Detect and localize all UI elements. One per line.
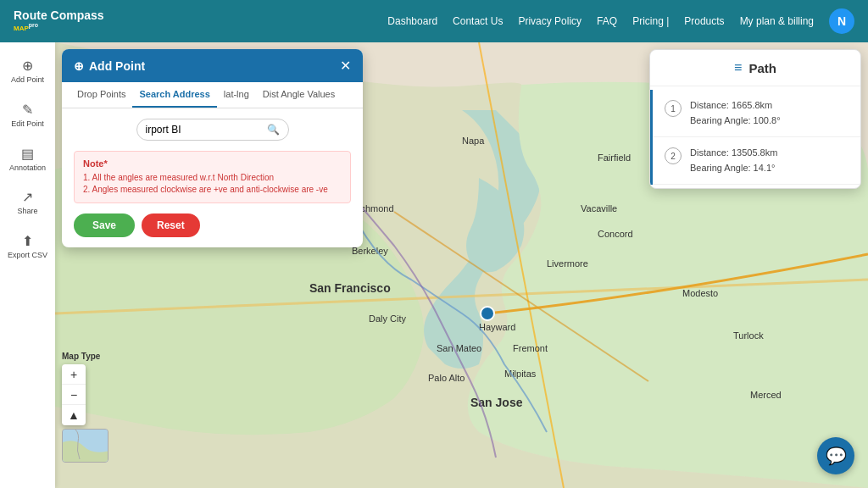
path-details-2: Distance: 13505.8km Bearing Angle: 14.1° [690, 146, 777, 175]
zoom-controls: + − ▲ [62, 364, 86, 425]
reset-button[interactable]: Reset [142, 214, 200, 237]
tab-drop-points[interactable]: Drop Points [70, 82, 132, 108]
map-area[interactable]: Petaluma Napa Fairfield Vacaville Richmo… [55, 42, 868, 488]
nav-links: Dashboard Contact Us Privacy Policy FAQ … [387, 8, 854, 34]
map-type-label: Map Type [62, 352, 108, 361]
map-controls: Map Type + − ▲ [62, 352, 108, 463]
search-address-input[interactable] [146, 124, 267, 136]
svg-text:Fremont: Fremont [513, 343, 548, 353]
nav-billing[interactable]: My plan & billing [740, 15, 814, 27]
add-point-circle-icon: ⊕ [74, 59, 84, 73]
search-container: 🔍 [136, 119, 289, 141]
note-line-1: 1. All the angles are measured w.r.t Nor… [83, 172, 342, 184]
sidebar-item-share[interactable]: ↗ Share [0, 184, 55, 221]
topbar: Route Compass MAPpro Dashboard Contact U… [0, 0, 868, 42]
nav-products[interactable]: Products [684, 15, 724, 27]
svg-text:Napa: Napa [462, 136, 485, 146]
sidebar-label-edit-point: Edit Point [11, 119, 44, 129]
path-num-2: 2 [665, 147, 682, 164]
save-button[interactable]: Save [74, 214, 135, 237]
add-point-modal: ⊕ Add Point ✕ Drop Points Search Address… [62, 49, 363, 247]
nav-contact[interactable]: Contact Us [453, 15, 503, 27]
modal-title: ⊕ Add Point [74, 59, 145, 73]
path-panel-scroll[interactable]: 1 Distance: 1665.8km Bearing Angle: 100.… [650, 90, 860, 185]
svg-text:Hayward: Hayward [479, 322, 515, 332]
map-thumbnail[interactable] [62, 429, 108, 463]
path-distance-2: Distance: 13505.8km [690, 146, 777, 161]
zoom-in-button[interactable]: + [62, 364, 86, 385]
nav-privacy[interactable]: Privacy Policy [518, 15, 581, 27]
note-box: Note* 1. All the angles are measured w.r… [74, 151, 351, 203]
export-icon: ⬆ [22, 233, 33, 249]
modal-body: 🔍 Note* 1. All the angles are measured w… [62, 108, 363, 247]
svg-text:San Francisco: San Francisco [309, 281, 391, 295]
path-header: ≡ Path [650, 50, 860, 86]
svg-text:Vacaville: Vacaville [581, 203, 617, 214]
modal-actions: Save Reset [74, 214, 351, 237]
path-panel: ≡ Path 1 Distance: 1665.8km Bearing Angl… [649, 49, 861, 189]
path-title: Path [748, 61, 776, 75]
main-content: ⊕ Add Point ✎ Edit Point ▤ Annotation ↗ … [0, 42, 868, 488]
sidebar-label-share: Share [17, 207, 37, 216]
svg-text:Concord: Concord [598, 229, 633, 239]
path-icon: ≡ [734, 60, 742, 75]
path-distance-1: Distance: 1665.8km [690, 98, 781, 114]
note-line-2: 2. Angles measured clockwise are +ve and… [83, 184, 342, 196]
logo: Route Compass MAPpro [14, 9, 104, 33]
sidebar-item-annotation[interactable]: ▤ Annotation [0, 141, 55, 178]
user-avatar[interactable]: N [829, 8, 854, 34]
logo-subtitle: MAPpro [14, 22, 104, 32]
sidebar-label-add-point: Add Point [11, 75, 44, 85]
path-bearing-1: Bearing Angle: 100.8° [690, 114, 781, 129]
svg-point-23 [481, 307, 494, 320]
sidebar: ⊕ Add Point ✎ Edit Point ▤ Annotation ↗ … [0, 42, 55, 488]
svg-text:Turlock: Turlock [733, 330, 764, 341]
sidebar-item-add-point[interactable]: ⊕ Add Point [0, 53, 55, 90]
svg-text:Daly City: Daly City [369, 313, 407, 324]
add-point-icon: ⊕ [22, 58, 33, 74]
svg-text:Palo Alto: Palo Alto [428, 373, 465, 383]
annotation-icon: ▤ [21, 146, 34, 162]
reset-bearing-button[interactable]: ▲ [62, 405, 86, 425]
note-title: Note* [83, 158, 342, 169]
svg-text:San Mateo: San Mateo [437, 343, 481, 353]
modal-header: ⊕ Add Point ✕ [62, 49, 363, 82]
svg-text:Modesto: Modesto [682, 288, 718, 298]
nav-faq[interactable]: FAQ [597, 15, 617, 27]
share-icon: ↗ [22, 189, 33, 205]
modal-tabs: Drop Points Search Address lat-lng Dist … [62, 82, 363, 108]
svg-text:Livermore: Livermore [547, 258, 588, 269]
search-icon: 🔍 [267, 124, 280, 136]
nav-pricing[interactable]: Pricing | [632, 15, 669, 27]
sidebar-item-edit-point[interactable]: ✎ Edit Point [0, 97, 55, 134]
chat-button[interactable]: 💬 [817, 437, 854, 474]
sidebar-label-export: Export CSV [8, 251, 47, 260]
tab-latlng[interactable]: lat-lng [217, 82, 256, 108]
svg-text:Merced: Merced [750, 390, 782, 400]
path-item-2: 2 Distance: 13505.8km Bearing Angle: 14.… [653, 137, 860, 185]
sidebar-item-export[interactable]: ⬆ Export CSV [0, 228, 55, 265]
sidebar-label-annotation: Annotation [9, 164, 46, 173]
path-details-1: Distance: 1665.8km Bearing Angle: 100.8° [690, 98, 781, 128]
edit-point-icon: ✎ [22, 102, 33, 118]
path-item-1: 1 Distance: 1665.8km Bearing Angle: 100.… [653, 90, 860, 137]
modal-close-button[interactable]: ✕ [340, 58, 351, 74]
path-num-1: 1 [665, 100, 682, 117]
nav-dashboard[interactable]: Dashboard [387, 15, 437, 27]
svg-text:Fairfield: Fairfield [598, 152, 631, 163]
logo-title: Route Compass [14, 9, 104, 22]
tab-dist-angle[interactable]: Dist Angle Values [256, 82, 342, 108]
tab-search-address[interactable]: Search Address [132, 82, 216, 108]
path-bearing-2: Bearing Angle: 14.1° [690, 161, 777, 176]
zoom-out-button[interactable]: − [62, 385, 86, 405]
chat-icon: 💬 [826, 446, 847, 466]
